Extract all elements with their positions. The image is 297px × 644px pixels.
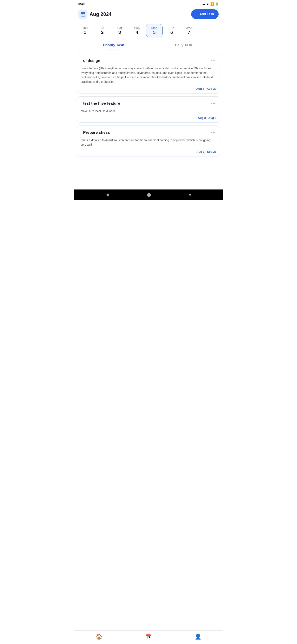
tasks-list: ui design ⋯ user interface (UI) is anyth… — [74, 50, 223, 175]
task-card-task-3: Prepare chess ⋯ this is a detailed to do… — [77, 126, 220, 156]
day-name: Mon — [151, 26, 157, 30]
profile-nav[interactable]: 👤 — [191, 633, 205, 641]
task-title: test the hive feature — [83, 101, 120, 106]
task-date-range: Aug 8 - Aug 8 — [81, 116, 216, 120]
date-item-3[interactable]: Sat 3 — [111, 24, 128, 37]
date-item-1[interactable]: Thu 1 — [77, 24, 93, 37]
task-title-wrap: ui design — [81, 58, 100, 63]
task-title-wrap: Prepare chess — [81, 130, 110, 135]
task-card-header: Prepare chess ⋯ — [81, 130, 216, 136]
add-task-button[interactable]: + Add Task — [191, 9, 219, 19]
date-item-4[interactable]: Sun 4 — [129, 24, 145, 37]
day-num: 6 — [170, 30, 173, 35]
home-nav[interactable]: 🏠 — [92, 633, 106, 641]
sim-icon: ☁ — [202, 2, 205, 6]
task-title: Prepare chess — [83, 130, 110, 135]
task-title: ui design — [83, 58, 100, 63]
day-num: 3 — [118, 30, 121, 35]
date-item-5[interactable]: Mon 5 — [146, 24, 163, 37]
task-description: make sure local Crud work — [81, 109, 216, 114]
task-date-range: Aug 6 - Aug 29 — [81, 87, 216, 90]
day-name: Tue — [169, 26, 174, 30]
date-item-6[interactable]: Tue 6 — [163, 24, 180, 37]
task-menu-button[interactable]: ⋯ — [210, 100, 216, 106]
tabs: Priority TaskDaily Task — [74, 39, 223, 50]
task-title-wrap: test the hive feature — [81, 101, 120, 106]
date-item-7[interactable]: Wed 7 — [181, 24, 197, 37]
plus-icon: + — [196, 12, 198, 16]
day-name: Wed — [186, 26, 192, 30]
day-name: Sat — [117, 26, 122, 30]
day-num: 4 — [136, 30, 138, 35]
wifi-icon: ▲ — [206, 2, 209, 6]
task-card-task-2: test the hive feature ⋯ make sure local … — [77, 96, 220, 123]
battery-icon: 🔋 — [215, 2, 219, 6]
calendar-icon — [78, 10, 87, 19]
task-card-header: ui design ⋯ — [81, 58, 216, 64]
task-card-header: test the hive feature ⋯ — [81, 100, 216, 106]
svg-rect-4 — [82, 14, 82, 15]
profile-nav-icon: 👤 — [195, 634, 201, 640]
status-bar: 8:49 ☁ ▲ 📶 🔋 — [74, 0, 223, 7]
task-description: user interface (UI) is anything a user m… — [81, 66, 216, 84]
day-num: 5 — [153, 30, 156, 35]
day-name: Thu — [82, 26, 88, 30]
svg-rect-5 — [83, 14, 83, 15]
status-icons: ☁ ▲ 📶 🔋 — [202, 2, 219, 6]
svg-rect-0 — [81, 12, 85, 16]
status-time: 8:49 — [78, 2, 85, 6]
home-button[interactable]: ⬤ — [147, 192, 151, 197]
day-num: 1 — [84, 30, 86, 35]
android-nav-bar: ◀ ⬤ ■ — [74, 190, 223, 200]
bottom-nav: 🏠📅👤 — [74, 630, 223, 644]
task-description: this is a detailed to do list so I can p… — [81, 138, 216, 147]
task-date-range: Aug 3 - Sep 26 — [81, 150, 216, 153]
date-item-2[interactable]: Fri 2 — [94, 24, 111, 37]
tab-priority-task[interactable]: Priority Task — [78, 41, 148, 50]
task-card-task-1: ui design ⋯ user interface (UI) is anyth… — [77, 54, 220, 94]
back-button[interactable]: ◀ — [106, 192, 109, 197]
add-task-label: Add Task — [199, 12, 214, 16]
day-name: Sun — [134, 26, 140, 30]
day-name: Fri — [100, 26, 104, 30]
header-title: Aug 2024 — [89, 11, 112, 17]
task-menu-button[interactable]: ⋯ — [210, 130, 216, 136]
task-menu-button[interactable]: ⋯ — [210, 58, 216, 64]
header: Aug 2024 + Add Task — [74, 7, 223, 22]
calendar-svg — [80, 12, 86, 17]
day-num: 2 — [101, 30, 103, 35]
recent-button[interactable]: ■ — [189, 192, 191, 197]
date-strip: Thu 1 Fri 2 Sat 3 Sun 4 Mon 5 Tue 6 Wed … — [74, 22, 223, 39]
home-nav-icon: 🏠 — [96, 634, 102, 640]
calendar-nav-icon: 📅 — [145, 634, 152, 640]
tab-daily-task[interactable]: Daily Task — [148, 41, 219, 50]
day-num: 7 — [188, 30, 190, 35]
signal-icon: 📶 — [210, 2, 214, 6]
header-left: Aug 2024 — [78, 10, 112, 19]
calendar-nav[interactable]: 📅 — [141, 633, 156, 641]
